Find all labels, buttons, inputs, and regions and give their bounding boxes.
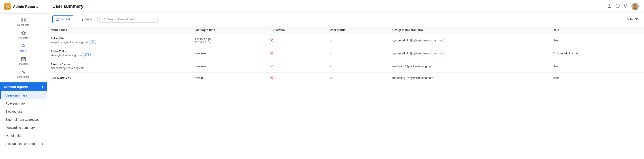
email-badge[interactable]: +29 bbox=[83, 54, 91, 57]
app-title: Admin Reports bbox=[13, 5, 39, 9]
dashboard-label: Dashboard bbox=[18, 24, 30, 26]
col-name-email: Name/Email bbox=[47, 26, 191, 34]
sidebar-item-forwarding-summary[interactable]: Forwarding summary bbox=[0, 124, 47, 132]
x-icon: ✕ bbox=[270, 38, 273, 43]
sidebar-item-mailbox[interactable]: Mailbox bbox=[0, 54, 47, 67]
search-box[interactable] bbox=[99, 16, 158, 23]
email-row: aleesha@zylkertraining.com bbox=[50, 67, 187, 70]
login-line1: New user bbox=[194, 65, 263, 68]
svg-rect-3 bbox=[24, 21, 25, 22]
last-login-cell: New user bbox=[191, 47, 266, 60]
account-reports-label: Account reports bbox=[4, 85, 28, 89]
table-row: Aleesha James aleesha@zylkertraining.com… bbox=[47, 60, 644, 73]
main-header: User summary ☆ bbox=[47, 0, 644, 13]
svg-marker-14 bbox=[81, 18, 84, 21]
help-icon[interactable] bbox=[615, 4, 620, 9]
check-icon: ✓ bbox=[330, 51, 333, 56]
tfa-status-cell: ✕ bbox=[266, 60, 326, 73]
last-login-cell: New user bbox=[191, 60, 266, 73]
col-role: Role bbox=[549, 26, 644, 34]
email-row: aaliya.khan@zylkertraining.com +1 bbox=[50, 41, 187, 44]
export-button[interactable]: Export bbox=[52, 16, 74, 23]
role-cell: User bbox=[549, 73, 644, 83]
svg-rect-1 bbox=[24, 18, 25, 20]
user-name: Aaliya Khan bbox=[50, 37, 187, 40]
sidebar-item-user-summary[interactable]: User summary bbox=[0, 91, 47, 99]
user-name: Akbar Zulfikar bbox=[50, 50, 187, 53]
login-line2: 11/8/22 10:46 bbox=[194, 41, 263, 44]
name-email-cell: Akbar Zulfikar akbar@zylkertraining.com … bbox=[50, 50, 187, 57]
divider bbox=[75, 17, 76, 22]
sidebar-item-out-of-office[interactable]: Out of office bbox=[0, 132, 47, 140]
group-badge[interactable]: +2 bbox=[438, 52, 444, 55]
user-status-cell: ✓ bbox=[326, 34, 389, 47]
mailbox-label: Mailbox bbox=[19, 63, 28, 65]
account-reports-header[interactable]: Account reports ▾ bbox=[0, 82, 47, 91]
filter-button[interactable]: Filter bbox=[77, 16, 95, 23]
chevron-down-icon: ▾ bbox=[42, 85, 43, 88]
svg-rect-2 bbox=[22, 21, 23, 22]
group-email: systemadmin@zylkertraining.com bbox=[392, 39, 436, 42]
account-reports-section: Account reports ▾ bbox=[0, 82, 47, 91]
sidebar-item-role-summary[interactable]: Role summary bbox=[0, 99, 47, 107]
email-badge[interactable]: +1 bbox=[90, 41, 96, 44]
search-input[interactable] bbox=[107, 18, 154, 21]
name-email-cell: Aleesha James aleesha@zylkertraining.com bbox=[50, 63, 187, 70]
favorite-star-icon[interactable]: ☆ bbox=[86, 4, 89, 9]
role-cell: User bbox=[549, 60, 644, 73]
avatar[interactable] bbox=[632, 3, 639, 10]
total-count: Total: 30 bbox=[627, 18, 639, 21]
sidebar-item-email-stats[interactable]: Email stats bbox=[0, 67, 47, 80]
main-content: User summary ☆ Export Filter bbox=[47, 0, 644, 159]
filter-label: Filter bbox=[85, 18, 92, 21]
sidebar-item-blocked-user[interactable]: Blocked user bbox=[0, 107, 47, 115]
sidebar-item-users[interactable]: Users bbox=[0, 41, 47, 54]
user-status-cell: ✓ bbox=[326, 47, 389, 60]
x-icon: ✕ bbox=[270, 64, 273, 69]
name-email-cell: Aaliya Khan aaliya.khan@zylkertraining.c… bbox=[50, 37, 187, 44]
col-tfa-status: TFA status bbox=[266, 26, 326, 34]
group-membership-cell: systemadmin@zylkertraining.com +3 bbox=[389, 34, 549, 47]
upload-icon[interactable] bbox=[607, 4, 612, 9]
svg-point-11 bbox=[634, 4, 636, 7]
header-right bbox=[607, 3, 639, 10]
group-membership-cell: marketing1@zylkertraining.com bbox=[389, 60, 549, 73]
search-icon bbox=[102, 18, 106, 21]
sidebar: 🏠 Admin Reports Dashboard Favorites User… bbox=[0, 0, 47, 159]
sidebar-item-account-status[interactable]: Account status report › bbox=[0, 140, 47, 148]
notification-icon[interactable] bbox=[624, 4, 628, 9]
page-title: User summary bbox=[52, 4, 84, 9]
col-last-login: Last login time bbox=[191, 26, 266, 34]
x-icon: ✕ bbox=[270, 51, 273, 56]
check-icon: ✓ bbox=[330, 75, 333, 80]
svg-line-16 bbox=[104, 20, 105, 21]
svg-point-15 bbox=[102, 18, 105, 20]
group-membership-cell: systemadmin@zylkertraining.com +2 bbox=[389, 47, 549, 60]
table-header-row: Name/Email Last login time TFA status Us… bbox=[47, 26, 644, 34]
app-icon: 🏠 bbox=[4, 3, 11, 10]
table-container: Name/Email Last login time TFA status Us… bbox=[47, 26, 644, 159]
group-email: marketing1@zylkertraining.com bbox=[392, 65, 433, 68]
x-icon: ✕ bbox=[270, 75, 273, 80]
tfa-status-cell: ✕ bbox=[266, 47, 326, 60]
svg-rect-0 bbox=[22, 18, 23, 20]
user-email: aleesha@zylkertraining.com bbox=[50, 67, 84, 70]
tfa-status-cell: ✕ bbox=[266, 73, 326, 83]
email-stats-label: Email stats bbox=[18, 75, 30, 78]
check-icon: ✓ bbox=[330, 64, 333, 69]
col-user-status: User status bbox=[326, 26, 389, 34]
users-label: Users bbox=[20, 50, 27, 52]
user-email: akbar@zylkertraining.com bbox=[50, 54, 82, 57]
sidebar-item-favorites[interactable]: Favorites bbox=[0, 29, 47, 41]
group-email: systemadmin@zylkertraining.com bbox=[392, 52, 436, 55]
header-left: User summary ☆ bbox=[52, 4, 89, 9]
sidebar-item-dashboard[interactable]: Dashboard bbox=[0, 16, 47, 29]
name-email-cell: Amelia Burrows bbox=[50, 76, 187, 80]
export-label: Export bbox=[61, 18, 70, 21]
group-badge[interactable]: +3 bbox=[438, 39, 444, 42]
sidebar-item-external-from[interactable]: External from addresses bbox=[0, 115, 47, 124]
favorites-label: Favorites bbox=[18, 37, 28, 39]
app-header: 🏠 Admin Reports bbox=[0, 0, 47, 14]
user-email: aaliya.khan@zylkertraining.com bbox=[50, 41, 88, 44]
role-cell: Custom administrator bbox=[549, 47, 644, 60]
